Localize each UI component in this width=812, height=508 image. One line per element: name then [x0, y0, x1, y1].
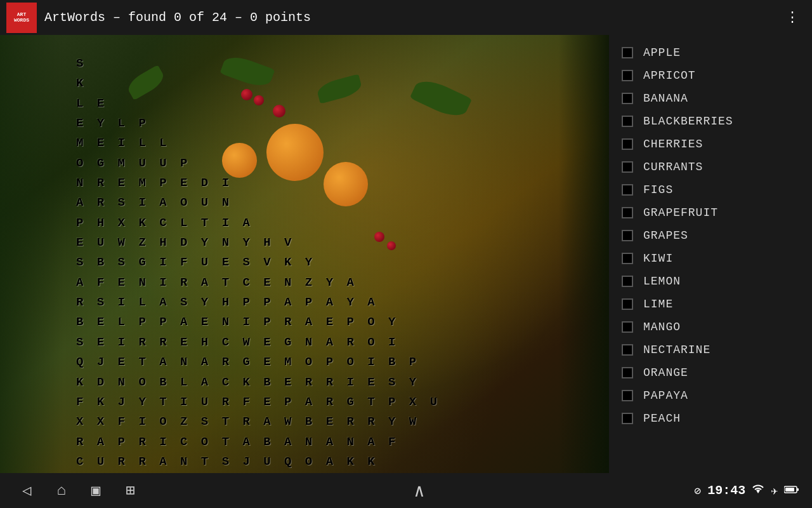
menu-button[interactable]: ⋮: [779, 9, 806, 26]
bottom-center: ∧: [405, 477, 435, 505]
left-vine-decoration: [0, 35, 63, 489]
word-checkbox-grapefruit[interactable]: [622, 207, 633, 218]
grid-button[interactable]: ⊞: [116, 478, 144, 503]
word-item-banana[interactable]: BANANA: [609, 87, 812, 110]
word-item-papaya[interactable]: PAPAYA: [609, 384, 812, 407]
word-item-peach[interactable]: PEACH: [609, 407, 812, 430]
word-checkbox-lime[interactable]: [622, 298, 633, 310]
word-item-mango[interactable]: MANGO: [609, 316, 812, 338]
wordsearch-row[interactable]: E U W Z H D Y N Y H V: [76, 233, 440, 253]
word-checkbox-papaya[interactable]: [622, 390, 633, 401]
word-item-apple[interactable]: APPLE: [609, 41, 812, 64]
back-button[interactable]: ◁: [13, 478, 41, 503]
word-checkbox-peach[interactable]: [622, 413, 633, 424]
wordsearch-row[interactable]: A F E N I R A T C E N Z Y A: [76, 273, 440, 293]
wordsearch-row[interactable]: N R E M P E D I: [76, 173, 440, 193]
word-label-papaya: PAPAYA: [643, 389, 688, 402]
wordsearch-row[interactable]: R S I L A S Y H P P A P A Y A: [76, 293, 440, 312]
word-label-orange: ORANGE: [643, 366, 688, 379]
word-label-kiwi: KIWI: [643, 252, 673, 265]
logo-text: ARTWORDS: [14, 12, 29, 23]
word-label-mango: MANGO: [643, 321, 681, 333]
word-item-lemon[interactable]: LEMON: [609, 270, 812, 293]
recents-button[interactable]: ▣: [82, 478, 110, 503]
battery-icon: [784, 485, 799, 497]
wordsearch-row[interactable]: A R S I A O U N: [76, 193, 440, 213]
game-area: SKL EE Y L PM E I L LO G M U U PN R E M …: [0, 35, 609, 489]
wordsearch-row[interactable]: Q J E T A N A R G E M O P O I B P: [76, 352, 440, 372]
word-label-lime: LIME: [643, 298, 673, 311]
word-item-orange[interactable]: ORANGE: [609, 361, 812, 384]
word-checkbox-apple[interactable]: [622, 47, 633, 58]
wordsearch-row[interactable]: L E: [76, 94, 440, 114]
word-item-apricot[interactable]: APRICOT: [609, 64, 812, 87]
wordsearch-row[interactable]: S B S G I F U E S V K Y: [76, 253, 440, 272]
word-checkbox-currants[interactable]: [622, 161, 633, 173]
word-checkbox-lemon[interactable]: [622, 276, 633, 287]
word-list-panel: APPLEAPRICOTBANANABLACKBERRIESCHERRIESCU…: [609, 35, 812, 489]
word-label-figs: FIGS: [643, 184, 673, 196]
word-label-apple: APPLE: [643, 46, 681, 59]
no-signal-icon: ⊘: [694, 484, 701, 498]
right-vine-decoration: [558, 35, 609, 489]
wordsearch-row[interactable]: X X F I O Z S T R A W B E R R Y W: [76, 412, 440, 432]
word-item-lime[interactable]: LIME: [609, 293, 812, 316]
wordsearch-row[interactable]: K: [76, 74, 440, 93]
top-bar: ARTWORDS ArtWords – found 0 of 24 – 0 po…: [0, 0, 812, 35]
word-label-lemon: LEMON: [643, 275, 681, 288]
word-label-blackberries: BLACKBERRIES: [643, 115, 733, 128]
wifi-icon: [752, 485, 764, 497]
word-label-currants: CURRANTS: [643, 161, 703, 173]
word-checkbox-cherries[interactable]: [622, 138, 633, 150]
word-item-currants[interactable]: CURRANTS: [609, 156, 812, 178]
word-item-grapes[interactable]: GRAPES: [609, 224, 812, 247]
word-label-banana: BANANA: [643, 92, 688, 105]
svg-rect-1: [797, 488, 799, 491]
airplane-icon: ✈: [771, 484, 778, 498]
word-label-apricot: APRICOT: [643, 69, 696, 82]
wordsearch-row[interactable]: O G M U U P: [76, 154, 440, 173]
scroll-up-button[interactable]: ∧: [405, 477, 435, 505]
wordsearch-row[interactable]: M E I L L: [76, 133, 440, 153]
word-item-cherries[interactable]: CHERRIES: [609, 133, 812, 156]
bottom-bar: ◁ ⌂ ▣ ⊞ ∧ ⊘ 19:43 ✈: [0, 473, 812, 508]
word-item-blackberries[interactable]: BLACKBERRIES: [609, 110, 812, 133]
word-checkbox-figs[interactable]: [622, 184, 633, 196]
wordsearch-row[interactable]: E Y L P: [76, 114, 440, 133]
svg-rect-2: [785, 488, 794, 491]
word-checkbox-grapes[interactable]: [622, 230, 633, 241]
app-logo: ARTWORDS: [6, 3, 37, 33]
time-display: 19:43: [707, 483, 745, 498]
word-label-cherries: CHERRIES: [643, 138, 703, 150]
word-checkbox-nectarine[interactable]: [622, 344, 633, 356]
word-checkbox-mango[interactable]: [622, 321, 633, 333]
wordsearch-grid[interactable]: SKL EE Y L PM E I L LO G M U U PN R E M …: [76, 54, 440, 489]
wordsearch-row[interactable]: C U R R A N T S J U Q O A K K: [76, 452, 440, 472]
word-label-nectarine: NECTARINE: [643, 344, 710, 356]
word-label-grapefruit: GRAPEFRUIT: [643, 206, 718, 219]
word-checkbox-orange[interactable]: [622, 367, 633, 378]
wordsearch-row[interactable]: S E I R R E H C W E G N A R O I: [76, 333, 440, 352]
wordsearch-row[interactable]: S: [76, 54, 440, 74]
wordsearch-row[interactable]: K D N O B L A C K B E R R I E S Y: [76, 373, 440, 392]
word-label-grapes: GRAPES: [643, 229, 688, 242]
app-title: ArtWords – found 0 of 24 – 0 points: [44, 10, 779, 25]
word-item-grapefruit[interactable]: GRAPEFRUIT: [609, 201, 812, 224]
word-item-nectarine[interactable]: NECTARINE: [609, 338, 812, 361]
word-checkbox-banana[interactable]: [622, 93, 633, 104]
home-button[interactable]: ⌂: [47, 479, 75, 502]
wordsearch-row[interactable]: B E L P P A E N I P R A E P O Y: [76, 312, 440, 332]
wordsearch-row[interactable]: R A P R I C O T A B A N A N A F: [76, 432, 440, 452]
wordsearch-row[interactable]: F K J Y T I U R F E P A R G T P X U: [76, 392, 440, 412]
status-bar-right: ⊘ 19:43 ✈: [694, 483, 799, 498]
word-label-peach: PEACH: [643, 412, 681, 425]
nav-buttons: ◁ ⌂ ▣ ⊞: [13, 478, 145, 503]
word-item-figs[interactable]: FIGS: [609, 178, 812, 201]
word-item-kiwi[interactable]: KIWI: [609, 247, 812, 270]
word-checkbox-blackberries[interactable]: [622, 116, 633, 127]
word-checkbox-kiwi[interactable]: [622, 253, 633, 264]
word-checkbox-apricot[interactable]: [622, 70, 633, 81]
wordsearch-row[interactable]: P H X K C L T I A: [76, 213, 440, 233]
